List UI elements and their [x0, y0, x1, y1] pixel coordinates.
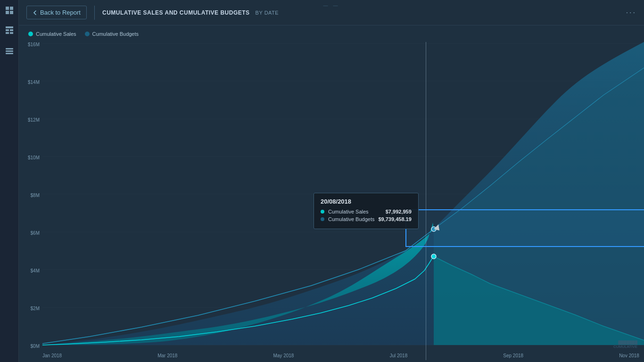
layers-icon[interactable] — [4, 44, 15, 56]
chart-title: CUMULATIVE SALES AND CUMULATIVE BUDGETS — [102, 9, 250, 16]
svg-rect-6 — [10, 29, 13, 31]
svg-rect-3 — [10, 11, 13, 14]
legend-item-budgets: Cumulative Budgets — [85, 31, 139, 37]
tooltip-dot-sales — [321, 210, 324, 214]
tooltip-value-budgets: $9,739,458.19 — [378, 216, 411, 222]
table-icon[interactable] — [4, 25, 15, 36]
x-label-nov: Nov 2018 — [619, 353, 639, 358]
legend-dot-budgets — [85, 32, 90, 36]
legend-label-sales: Cumulative Sales — [36, 31, 76, 37]
legend-label-budgets: Cumulative Budgets — [92, 31, 139, 37]
x-axis: Jan 2018 Mar 2018 May 2018 Jul 2018 Sep … — [42, 353, 639, 358]
svg-rect-4 — [6, 26, 13, 28]
svg-rect-9 — [6, 48, 13, 49]
by-date-label: BY DATE — [256, 10, 279, 16]
header: — — Back to Report CUMULATIVE SALES AND … — [19, 0, 644, 25]
svg-rect-1 — [10, 7, 13, 10]
x-label-jan: Jan 2018 — [42, 353, 62, 358]
x-label-mar: Mar 2018 — [157, 353, 177, 358]
x-label-may: May 2018 — [273, 353, 294, 358]
x-label-sep: Sep 2018 — [503, 353, 523, 358]
tooltip-dot-budgets — [321, 217, 324, 221]
svg-rect-11 — [6, 53, 13, 54]
sidebar — [0, 0, 19, 362]
svg-rect-2 — [6, 11, 9, 14]
chevron-left-icon — [33, 10, 37, 15]
tooltip: 20/08/2018 Cumulative Sales $7,992,959 C… — [314, 193, 419, 229]
svg-rect-7 — [6, 32, 9, 34]
watermark: ▓▓▓▓▓▓▓ CUMULATIVE — [613, 340, 637, 349]
back-to-report-button[interactable]: Back to Report — [26, 6, 87, 19]
tooltip-date: 20/08/2018 — [321, 198, 412, 205]
watermark-line2: CUMULATIVE — [613, 345, 637, 349]
legend: Cumulative Sales Cumulative Budgets — [28, 31, 139, 37]
chart-area[interactable]: Cumulative Sales Cumulative Budgets $16M… — [19, 25, 644, 362]
tooltip-row-budgets: Cumulative Budgets $9,739,458.19 — [321, 216, 412, 222]
legend-item-sales: Cumulative Sales — [28, 31, 76, 37]
x-label-jul: Jul 2018 — [389, 353, 407, 358]
svg-rect-8 — [10, 32, 13, 34]
drag-handle: — — — [323, 3, 340, 8]
watermark-line1: ▓▓▓▓▓▓▓ — [613, 340, 637, 345]
svg-rect-10 — [6, 50, 13, 52]
tooltip-value-sales: $7,992,959 — [386, 209, 412, 214]
tooltip-row-sales: Cumulative Sales $7,992,959 — [321, 209, 412, 214]
legend-dot-sales — [28, 32, 33, 36]
back-button-label: Back to Report — [40, 9, 81, 16]
tooltip-label-budgets: Cumulative Budgets — [328, 216, 374, 222]
grid-icon[interactable] — [4, 5, 15, 16]
svg-rect-0 — [6, 7, 9, 10]
tooltip-label-sales: Cumulative Sales — [328, 209, 382, 214]
svg-rect-5 — [6, 29, 9, 31]
sales-hover-dot — [431, 254, 436, 259]
header-divider — [94, 6, 95, 20]
more-options-icon[interactable]: ··· — [626, 8, 636, 17]
